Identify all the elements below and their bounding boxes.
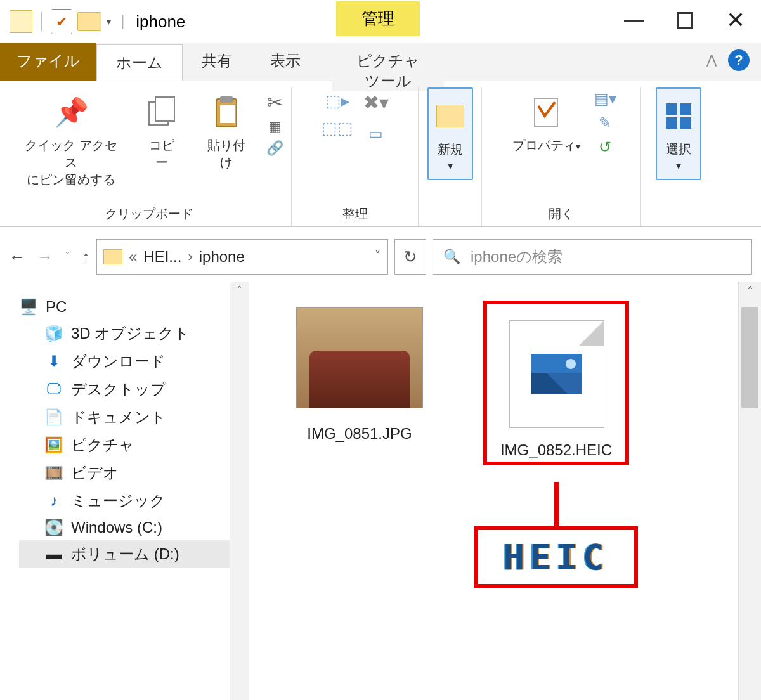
pin-icon: 📌 — [54, 91, 89, 133]
tab-share[interactable]: 共有 — [183, 43, 251, 81]
ribbon-tabs: ファイル ホーム 共有 表示 ピクチャ ツール ⋀ ? — [0, 43, 761, 81]
delete-icon[interactable]: ✖▾ — [363, 91, 389, 113]
svg-rect-3 — [220, 96, 233, 103]
search-placeholder: iphoneの検索 — [471, 247, 563, 267]
copy-to-icon[interactable]: ⬚⬚ — [322, 119, 353, 138]
copy-button[interactable]: コピー — [137, 88, 186, 175]
search-icon: 🔍 — [443, 249, 460, 265]
paste-shortcut-icon[interactable]: 🔗 — [266, 140, 283, 157]
open-icon[interactable]: ▤▾ — [594, 90, 616, 108]
group-organize-label: 整理 — [292, 205, 418, 223]
navigation-pane: 🖥️ PC 🧊 3D オブジェクト ⬇ ダウンロード 🖵 デスクトップ 📄 ドキ… — [0, 282, 249, 700]
search-box[interactable]: 🔍 iphoneの検索 — [433, 239, 752, 275]
svg-rect-4 — [220, 105, 235, 123]
jpg-thumbnail — [296, 307, 423, 408]
paste-icon — [212, 91, 240, 133]
nav-3d-objects[interactable]: 🧊 3D オブジェクト — [44, 320, 249, 347]
annotation-connector — [554, 482, 559, 526]
move-to-icon[interactable]: ⬚▸ — [325, 91, 349, 111]
folder-small-icon — [77, 12, 101, 31]
picture-icon — [531, 354, 582, 394]
history-icon[interactable]: ↺ — [599, 138, 611, 156]
desktop-icon: 🖵 — [44, 381, 63, 398]
group-open-label: 開く — [482, 205, 640, 223]
breadcrumb-2[interactable]: iphone — [199, 248, 245, 266]
forward-button[interactable]: → — [37, 247, 53, 267]
music-icon: ♪ — [44, 493, 63, 509]
pictures-icon: 🖼️ — [44, 437, 63, 453]
maximize-button[interactable] — [660, 1, 710, 39]
select-button[interactable]: 選択▾ — [656, 88, 701, 180]
folder-icon — [10, 10, 32, 33]
title-bar: ✔ ▾ │ iphone 管理 ✕ — [0, 0, 761, 43]
paste-button[interactable]: 貼り付け — [196, 88, 258, 175]
refresh-button[interactable]: ↻ — [394, 239, 426, 275]
nav-desktop[interactable]: 🖵 デスクトップ — [44, 375, 249, 403]
pc-icon: 🖥️ — [19, 299, 38, 315]
back-button[interactable]: ← — [9, 247, 25, 267]
recent-locations-button[interactable]: ˅ — [65, 250, 70, 264]
pin-quick-access-button[interactable]: 📌 クイック アクセス にピン留めする — [14, 88, 128, 192]
tab-picture-tools[interactable]: ピクチャ ツール — [332, 43, 444, 91]
nav-videos[interactable]: 🎞️ ビデオ — [44, 459, 249, 487]
properties-quick-icon[interactable]: ✔ — [51, 9, 72, 34]
file-item-jpg[interactable]: IMG_0851.JPG — [287, 301, 433, 465]
new-button[interactable]: 新規▾ — [427, 88, 473, 180]
nav-documents[interactable]: 📄 ドキュメント — [44, 403, 249, 431]
folder-icon — [103, 249, 122, 264]
nav-pictures[interactable]: 🖼️ ピクチャ — [44, 431, 249, 459]
close-button[interactable]: ✕ — [710, 1, 761, 39]
main-area: 🖥️ PC 🧊 3D オブジェクト ⬇ ダウンロード 🖵 デスクトップ 📄 ドキ… — [0, 282, 761, 700]
address-bar-row: ← → ˅ ↑ « HEI... › iphone ˅ ↻ 🔍 iphoneの検… — [0, 232, 761, 282]
address-dropdown-icon[interactable]: ˅ — [374, 249, 381, 265]
properties-button[interactable]: プロパティ▾ — [506, 88, 587, 158]
properties-icon — [532, 91, 560, 133]
ribbon: 📌 クイック アクセス にピン留めする コピー 貼り付け ✂ ▦ 🔗 — [0, 81, 761, 227]
nav-scrollbar[interactable]: ˄ — [230, 282, 249, 700]
cube-icon: 🧊 — [44, 325, 63, 342]
document-icon: 📄 — [44, 409, 63, 425]
download-icon: ⬇ — [44, 353, 63, 370]
nav-downloads[interactable]: ⬇ ダウンロード — [44, 347, 249, 375]
qat-dropdown-icon[interactable]: ▾ — [107, 16, 111, 27]
breadcrumb-1[interactable]: HEI... — [143, 248, 181, 266]
content-pane: IMG_0851.JPG IMG_0852.HEIC HEIC ˄ — [249, 282, 761, 700]
select-all-icon — [666, 95, 691, 137]
nav-drive-c[interactable]: 💽 Windows (C:) — [44, 515, 249, 540]
help-button[interactable]: ? — [728, 49, 750, 71]
rename-icon[interactable]: ▭ — [368, 125, 383, 143]
tab-view[interactable]: 表示 — [251, 43, 320, 81]
group-clipboard-label: クリップボード — [6, 205, 291, 223]
drive-icon: 💽 — [44, 519, 63, 536]
ribbon-collapse-icon[interactable]: ⋀ — [706, 52, 717, 67]
heic-annotation-label: HEIC — [474, 526, 638, 588]
nav-pc[interactable]: 🖥️ PC — [19, 294, 249, 320]
new-folder-icon — [436, 95, 464, 137]
cut-icon[interactable]: ✂ — [267, 91, 283, 113]
copy-icon — [146, 91, 177, 133]
file-name-jpg: IMG_0851.JPG — [287, 425, 433, 443]
contextual-tab-header: 管理 — [336, 1, 420, 36]
minimize-button[interactable] — [609, 1, 660, 39]
tab-file[interactable]: ファイル — [0, 43, 96, 81]
address-bar[interactable]: « HEI... › iphone ˅ — [96, 239, 388, 275]
up-button[interactable]: ↑ — [82, 247, 90, 267]
nav-drive-d[interactable]: ▬ ボリューム (D:) — [19, 540, 249, 568]
window-title: iphone — [136, 12, 185, 32]
svg-rect-1 — [155, 97, 174, 121]
copy-path-icon[interactable]: ▦ — [268, 119, 282, 135]
content-scrollbar[interactable]: ˄ — [738, 282, 761, 700]
file-name-heic: IMG_0852.HEIC — [493, 441, 619, 459]
nav-music[interactable]: ♪ ミュージック — [44, 487, 249, 515]
heic-generic-icon — [509, 320, 604, 428]
tab-home[interactable]: ホーム — [96, 44, 183, 81]
drive-icon: ▬ — [44, 546, 63, 562]
video-icon: 🎞️ — [44, 465, 63, 481]
edit-icon[interactable]: ✎ — [599, 114, 611, 132]
file-item-heic[interactable]: IMG_0852.HEIC HEIC — [483, 301, 629, 465]
chevron-right-icon[interactable]: › — [188, 249, 192, 265]
